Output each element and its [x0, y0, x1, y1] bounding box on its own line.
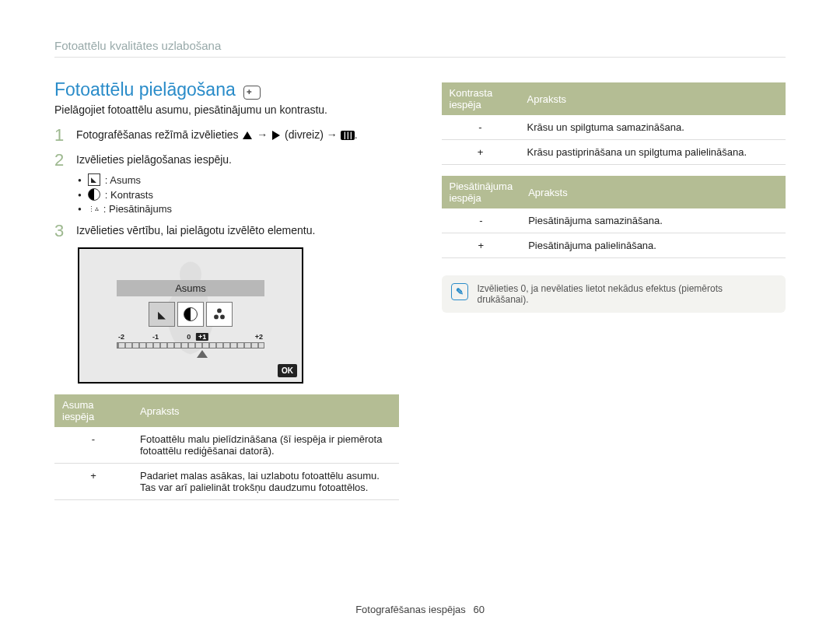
bullet-sharpness-label: : Asums — [105, 174, 141, 186]
footer-section: Fotografēšanas iespējas — [355, 604, 466, 615]
cell-desc: Krāsu pastiprināšana un spilgtuma paliel… — [520, 140, 786, 165]
step-1-b: (divreiz) — [285, 128, 324, 141]
tick: -2 — [118, 333, 124, 341]
note-box: ✎ Izvēlieties 0, ja nevēlaties lietot ne… — [442, 275, 786, 313]
tick: +2 — [255, 333, 263, 341]
svg-point-0 — [96, 207, 97, 208]
lcd-slider[interactable]: -2 -1 0 +1 +1 +2 — [117, 333, 264, 349]
note-icon: ✎ — [451, 283, 468, 300]
svg-point-1 — [95, 209, 96, 211]
bullet-saturation: : Piesātinājums — [78, 203, 399, 215]
lcd-param-label: Asums — [117, 280, 264, 296]
th-option: Piesātinājuma iespēja — [442, 176, 521, 208]
th-desc: Apraksts — [520, 176, 786, 208]
table-row: - Piesātinājuma samazināšana. — [442, 208, 786, 233]
saturation-table: Piesātinājuma iespēja Apraksts - Piesāti… — [442, 176, 786, 258]
ok-button[interactable]: OK — [278, 364, 297, 377]
step-number: 1 — [54, 127, 68, 144]
table-header-row: Asuma iespēja Apraksts — [54, 394, 399, 427]
content-columns: Fotoattēlu pielāgošana Pielāgojiet fotoa… — [54, 79, 786, 500]
bullet-contrast: : Kontrasts — [78, 188, 399, 201]
saturation-icon — [88, 204, 99, 215]
slider-ticks: -2 -1 0 +1 +1 +2 — [117, 333, 264, 341]
step-1-a: Fotografēšanas režīmā izvēlieties — [76, 128, 239, 141]
cell-desc: Padariet malas asākas, lai uzlabotu foto… — [132, 464, 399, 500]
intro-text: Pielāgojiet fotoattēlu asumu, piesātināj… — [54, 103, 399, 116]
svg-point-2 — [97, 209, 99, 211]
lcd-icon-row: ◣ — [149, 302, 233, 327]
adjust-menu-icon: ┃┃┃ — [341, 131, 355, 140]
lcd-sharpness-icon[interactable]: ◣ — [149, 302, 175, 327]
th-desc: Apraksts — [132, 394, 399, 427]
bullet-sharpness: ◣ : Asums — [78, 173, 399, 186]
lcd-saturation-icon[interactable] — [206, 302, 233, 327]
svg-point-5 — [214, 315, 219, 320]
left-column: Fotoattēlu pielāgošana Pielāgojiet fotoa… — [54, 79, 399, 500]
footer: Fotografēšanas iespējas 60 — [0, 604, 840, 615]
lcd-contrast-icon[interactable] — [177, 302, 204, 327]
step-number: 3 — [54, 222, 68, 240]
title-row: Fotoattēlu pielāgošana — [54, 79, 399, 100]
up-triangle-icon — [243, 131, 252, 139]
svg-point-4 — [217, 309, 222, 313]
step-2-text: Izvēlieties pielāgošanas iespēju. — [76, 152, 232, 169]
sharpness-icon: ◣ — [88, 173, 100, 186]
tick-selected: +1 — [196, 333, 208, 341]
tick: -1 — [152, 333, 159, 341]
page-title: Fotoattēlu pielāgošana — [54, 79, 236, 100]
right-column: Kontrasta iespēja Apraksts - Krāsu un sp… — [442, 79, 786, 500]
slider-thumb-icon — [197, 350, 208, 358]
section-header: Fotoattēlu kvalitātes uzlabošana — [54, 39, 786, 58]
sharpness-table: Asuma iespēja Apraksts - Fotoattēlu malu… — [54, 394, 399, 500]
note-text: Izvēlieties 0, ja nevēlaties lietot nekā… — [478, 283, 777, 305]
th-option: Asuma iespēja — [54, 394, 132, 427]
bullet-saturation-label: : Piesātinājums — [103, 203, 172, 215]
cell-desc: Fotoattēlu malu pielīdzināšana (šī iespē… — [132, 427, 399, 464]
cell-sign: + — [442, 233, 521, 258]
contrast-table: Kontrasta iespēja Apraksts - Krāsu un sp… — [442, 82, 786, 165]
step-2: 2 Izvēlieties pielāgošanas iespēju. — [54, 152, 399, 169]
camera-lcd-preview: Asums ◣ -2 -1 0 — [78, 247, 303, 384]
bullet-contrast-label: : Kontrasts — [105, 189, 153, 201]
option-bullets: ◣ : Asums : Kontrasts : Piesātinājums — [78, 173, 399, 215]
step-number: 2 — [54, 152, 68, 169]
table-header-row: Piesātinājuma iespēja Apraksts — [442, 176, 786, 208]
table-row: + Piesātinājuma palielināšana. — [442, 233, 786, 258]
cell-sign: + — [54, 464, 132, 500]
page-number: 60 — [473, 604, 484, 615]
table-row: - Fotoattēlu malu pielīdzināšana (šī ies… — [54, 427, 399, 464]
step-3-text: Izvēlieties vērtību, lai pielāgotu izvēl… — [76, 222, 315, 240]
step-1-text: Fotografēšanas režīmā izvēlieties → (div… — [76, 127, 358, 144]
cell-desc: Piesātinājuma palielināšana. — [520, 233, 786, 258]
cell-sign: + — [442, 140, 520, 165]
arrow-icon: → — [257, 128, 268, 141]
th-desc: Apraksts — [520, 82, 786, 115]
cell-sign: - — [442, 115, 520, 140]
table-header-row: Kontrasta iespēja Apraksts — [442, 82, 786, 115]
cell-desc: Krāsu un spilgtuma samazināšana. — [520, 115, 786, 140]
slider-track — [117, 342, 264, 349]
svg-point-6 — [220, 315, 225, 320]
cell-desc: Piesātinājuma samazināšana. — [520, 208, 786, 233]
table-row: + Padariet malas asākas, lai uzlabotu fo… — [54, 464, 399, 500]
tick: 0 — [187, 333, 191, 341]
right-triangle-icon — [272, 131, 280, 140]
cell-sign: - — [442, 208, 521, 233]
page: Fotoattēlu kvalitātes uzlabošana Fotoatt… — [0, 0, 840, 634]
camera-mode-icon — [243, 86, 261, 100]
step-3: 3 Izvēlieties vērtību, lai pielāgotu izv… — [54, 222, 399, 240]
cell-sign: - — [54, 427, 132, 464]
table-row: - Krāsu un spilgtuma samazināšana. — [442, 115, 786, 140]
contrast-icon — [88, 188, 100, 201]
arrow-icon-2: → — [327, 128, 338, 141]
step-1: 1 Fotografēšanas režīmā izvēlieties → (d… — [54, 127, 399, 144]
th-option: Kontrasta iespēja — [442, 82, 520, 115]
table-row: + Krāsu pastiprināšana un spilgtuma pali… — [442, 140, 786, 165]
